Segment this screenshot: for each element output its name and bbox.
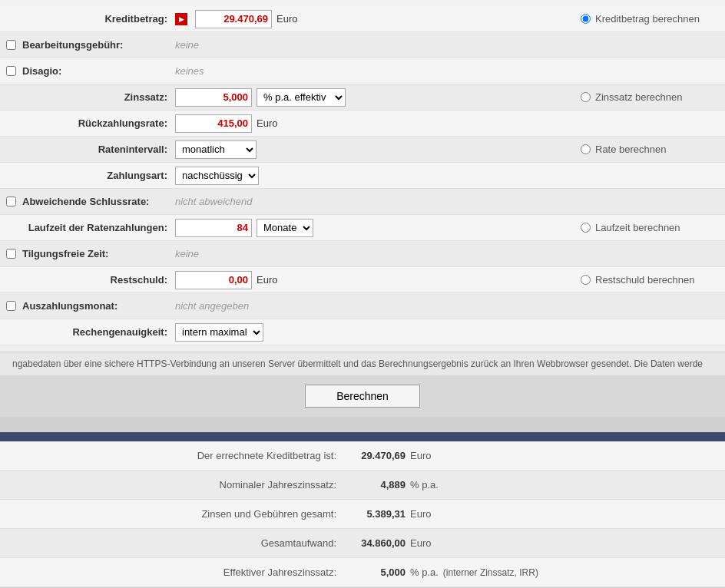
restschuld-radio-label[interactable]: Restschuld berechnen [581,274,719,286]
zinssatz-radio-label[interactable]: Zinssatz berechnen [581,91,719,103]
calc-button-row: Berechnen [0,375,725,417]
auszahlungsmonat-value: nicht angegeben [175,300,249,312]
berechnen-button[interactable]: Berechnen [305,385,420,408]
rechengenauigkeit-select[interactable]: intern maximal kaufmännisch tagegenau [175,323,263,342]
laufzeit-label: Laufzeit der Ratenzahlungen: [6,222,175,233]
schlussrate-checkbox[interactable] [6,197,16,206]
result-jahreszinssatz-label: Nominaler Jahreszinssatz: [6,479,344,491]
ratenintervall-radio-label[interactable]: Rate berechnen [581,144,719,155]
laufzeit-input[interactable] [175,219,252,237]
result-jahreszinssatz-value: 4,889 [344,479,406,491]
kreditbetrag-input[interactable] [195,10,272,28]
auszahlungsmonat-label: Auszahlungsmonat: [6,300,175,312]
result-jahreszinssatz-row: Nominaler Jahreszinssatz: 4,889 % p.a. [0,471,725,500]
schlussrate-checkbox-label[interactable]: Abweichende Schlussrate: [6,196,167,207]
result-jahreszinssatz-value-col: 4,889 % p.a. [344,479,719,491]
ratenintervall-input-col: monatlich vierteljährlich halbjährlich j… [175,140,565,159]
laufzeit-radio-label[interactable]: Laufzeit berechnen [581,222,719,233]
restschuld-label: Restschuld: [6,274,175,286]
tilgungsfreie-checkbox-label[interactable]: Tilgungsfreie Zeit: [6,248,167,259]
zinssatz-label: Zinssatz: [6,91,175,103]
schlussrate-input-col: nicht abweichend [175,196,565,207]
zinssatz-input[interactable] [175,88,252,107]
ratenintervall-row: Ratenintervall: monatlich vierteljährlic… [0,137,725,163]
bearbeitungsgebuehr-checkbox[interactable] [6,40,16,50]
tilgungsfreie-label: Tilgungsfreie Zeit: [6,248,175,259]
tilgungsfreie-row: Tilgungsfreie Zeit: keine [0,241,725,267]
schlussrate-row: Abweichende Schlussrate: nicht abweichen… [0,189,725,215]
rueckzahlungsrate-row: Rückzahlungsrate: Euro [0,111,725,137]
laufzeit-unit-select[interactable]: Monate Jahre [257,219,313,237]
laufzeit-row: Laufzeit der Ratenzahlungen: Monate Jahr… [0,215,725,241]
disagio-value: keines [175,65,204,77]
kreditbetrag-arrow-btn[interactable] [175,13,187,25]
result-effektiver-extra: (interner Zinssatz, IRR) [443,567,538,578]
restschuld-radio[interactable] [581,275,591,285]
result-zinsen-label: Zinsen und Gebühren gesamt: [6,508,344,520]
result-zinsen-row: Zinsen und Gebühren gesamt: 5.389,31 Eur… [0,500,725,529]
kreditbetrag-radio-label[interactable]: Kreditbetrag berechnen [581,13,719,25]
zinssatz-row: Zinssatz: % p.a. effektiv % p.a. nominal… [0,84,725,111]
result-kreditbetrag-value: 29.470,69 [344,450,406,461]
zahlungsart-select[interactable]: nachschüssig vorschüssig [175,167,259,185]
bearbeitungsgebuehr-value: keine [175,39,199,51]
ratenintervall-radio[interactable] [581,144,591,154]
ratenintervall-label: Ratenintervall: [6,144,175,155]
result-kreditbetrag-row: Der errechnete Kreditbetrag ist: 29.470,… [0,441,725,471]
schlussrate-value: nicht abweichend [175,196,252,207]
result-kreditbetrag-unit: Euro [410,450,431,461]
result-effektiver-value: 5,000 [344,567,406,578]
zinssatz-radio-col: Zinssatz berechnen [565,91,719,103]
result-effektiver-label: Effektiver Jahreszinssatz: [6,567,344,578]
disagio-row: Disagio: keines [0,58,725,84]
rechengenauigkeit-input-col: intern maximal kaufmännisch tagegenau [175,323,565,342]
disagio-input-col: keines [175,65,565,77]
bearbeitungsgebuehr-input-col: keine [175,39,565,51]
result-gesamtaufwand-row: Gesamtaufwand: 34.860,00 Euro [0,529,725,558]
schlussrate-label: Abweichende Schlussrate: [6,196,175,207]
auszahlungsmonat-row: Auszahlungsmonat: nicht angegeben [0,293,725,319]
result-gesamtaufwand-label: Gesamtaufwand: [6,537,344,549]
bearbeitungsgebuehr-label: Bearbeitungsgebühr: [6,39,175,51]
result-kreditbetrag-label: Der errechnete Kreditbetrag ist: [6,450,344,461]
kreditbetrag-row: Kreditbetrag: Euro Kreditbetrag berechne… [0,6,725,32]
rechengenauigkeit-label: Rechengenauigkeit: [6,326,175,338]
kreditbetrag-input-col: Euro [175,10,565,28]
zinssatz-input-col: % p.a. effektiv % p.a. nominal [175,88,565,107]
laufzeit-input-col: Monate Jahre [175,219,565,237]
ratenintervall-select[interactable]: monatlich vierteljährlich halbjährlich j… [175,140,257,159]
kreditbetrag-unit: Euro [276,13,297,25]
disagio-checkbox-label[interactable]: Disagio: [6,65,167,77]
disagio-label: Disagio: [6,65,175,77]
result-gesamtaufwand-value-col: 34.860,00 Euro [344,537,719,549]
results-section: Der errechnete Kreditbetrag ist: 29.470,… [0,441,725,587]
kreditbetrag-radio-col: Kreditbetrag berechnen [565,13,719,25]
result-effektiver-row: Effektiver Jahreszinssatz: 5,000 % p.a. … [0,558,725,587]
ratenintervall-radio-col: Rate berechnen [565,144,719,155]
disagio-checkbox[interactable] [6,66,16,76]
auszahlungsmonat-checkbox-label[interactable]: Auszahlungsmonat: [6,300,167,312]
result-zinsen-value-col: 5.389,31 Euro [344,508,719,520]
bearbeitungsgebuehr-checkbox-label[interactable]: Bearbeitungsgebühr: [6,39,167,51]
result-gesamtaufwand-unit: Euro [410,537,431,549]
zahlungsart-input-col: nachschüssig vorschüssig [175,167,565,185]
tilgungsfreie-value: keine [175,248,199,259]
rechengenauigkeit-row: Rechengenauigkeit: intern maximal kaufmä… [0,319,725,345]
zinssatz-radio[interactable] [581,92,591,102]
rueckzahlungsrate-input[interactable] [175,114,252,133]
results-header [0,432,725,441]
restschuld-radio-col: Restschuld berechnen [565,274,719,286]
kreditbetrag-label: Kreditbetrag: [6,13,175,25]
restschuld-unit: Euro [257,274,277,286]
tilgungsfreie-checkbox[interactable] [6,249,16,259]
restschuld-input[interactable] [175,271,252,289]
rueckzahlungsrate-input-col: Euro [175,114,565,133]
result-effektiver-unit: % p.a. [410,567,439,578]
kreditbetrag-radio[interactable] [581,14,591,24]
zinssatz-unit-select[interactable]: % p.a. effektiv % p.a. nominal [257,88,346,107]
result-jahreszinssatz-unit: % p.a. [410,479,439,491]
result-zinsen-value: 5.389,31 [344,508,406,520]
auszahlungsmonat-checkbox[interactable] [6,301,16,311]
laufzeit-radio[interactable] [581,223,591,233]
tilgungsfreie-input-col: keine [175,248,565,259]
